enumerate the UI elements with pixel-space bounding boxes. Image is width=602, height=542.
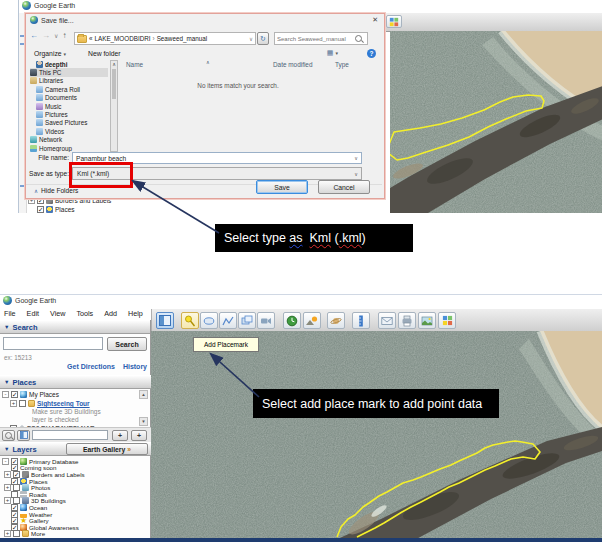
sidebar-item-saved-pictures[interactable]: Saved Pictures	[30, 119, 108, 127]
checkbox[interactable]	[13, 530, 20, 537]
column-header-name[interactable]: Name	[126, 61, 143, 68]
add-polygon-button[interactable]	[200, 312, 218, 329]
new-folder-button[interactable]: New folder	[88, 50, 121, 57]
menu-help[interactable]: Help	[128, 309, 143, 318]
sidebar-item-documents[interactable]: Documents	[30, 94, 108, 102]
background-layer-row-places[interactable]: ✓ Places	[37, 206, 75, 213]
address-bar[interactable]: « LAKE_MOODBIDRI › Seaweed_manual ∨	[74, 32, 256, 45]
record-tour-button[interactable]	[257, 312, 275, 329]
menu-file[interactable]: File	[4, 309, 16, 318]
breadcrumb-folder-1[interactable]: LAKE_MOODBIDRI	[95, 35, 151, 42]
ruler-button[interactable]	[352, 312, 370, 329]
get-directions-link[interactable]: Get Directions	[67, 363, 115, 370]
sidebar-item-network[interactable]: Network	[30, 136, 108, 144]
places-scroll-down[interactable]: ▼	[139, 417, 148, 426]
search-panel-header[interactable]: ▼ Search	[0, 320, 150, 334]
show-sidebar-button[interactable]	[156, 312, 174, 329]
satellite-map-view[interactable]	[151, 331, 602, 538]
expander-icon[interactable]: +	[4, 497, 11, 504]
expander-icon[interactable]: -	[2, 391, 9, 398]
organize-button[interactable]: Organize ▾	[34, 50, 66, 57]
search-input[interactable]	[3, 337, 103, 350]
sidebar-item-pictures[interactable]: Pictures	[30, 110, 108, 118]
sidebar-item-camera-roll[interactable]: Camera Roll	[30, 85, 108, 93]
menu-tools[interactable]: Tools	[76, 309, 93, 318]
menu-edit[interactable]: Edit	[27, 309, 39, 318]
column-header-date-modified[interactable]: Date modified	[273, 61, 312, 68]
back-icon[interactable]: ←	[30, 31, 38, 40]
history-link[interactable]: History	[123, 363, 147, 370]
dialog-search-input[interactable]	[277, 36, 353, 42]
add-content-button[interactable]: +	[112, 430, 128, 441]
expander-icon[interactable]: +	[4, 530, 11, 537]
layer-ocean[interactable]: ✓ Ocean	[2, 504, 148, 511]
checkbox[interactable]	[19, 400, 26, 407]
views-button[interactable]: ▦ ▾	[327, 49, 338, 57]
show-profile-button[interactable]	[17, 430, 30, 441]
search-places-button[interactable]	[2, 430, 15, 441]
historical-imagery-button[interactable]	[283, 312, 301, 329]
places-item-sightseeing-tour[interactable]: + Sightseeing Tour	[2, 399, 138, 408]
print-button[interactable]	[398, 312, 416, 329]
hide-folders-button[interactable]: ∧ Hide Folders	[34, 187, 78, 194]
view-in-maps-button[interactable]	[438, 312, 456, 329]
menu-view[interactable]: View	[50, 309, 65, 318]
save-button[interactable]: Save	[256, 180, 308, 194]
add-content-button-2[interactable]: +	[131, 430, 147, 441]
save-type-dropdown-icon[interactable]: ∨	[354, 171, 358, 177]
file-name-dropdown-icon[interactable]: ∨	[354, 155, 358, 161]
address-dropdown-icon[interactable]: ∨	[249, 36, 253, 42]
add-placemark-button[interactable]	[181, 312, 199, 329]
cancel-button[interactable]: Cancel	[318, 180, 370, 194]
view-in-maps-button[interactable]	[386, 15, 402, 28]
forward-icon[interactable]: →	[42, 31, 50, 40]
earth-gallery-button[interactable]: Earth Gallery »	[66, 443, 148, 455]
places-item-my-places[interactable]: - ✓ My Places	[2, 390, 138, 399]
breadcrumb-folder-2[interactable]: Seaweed_manual	[157, 35, 207, 42]
bottom-google-earth-window: Google Earth File Edit View Tools Add He…	[0, 294, 602, 542]
expander-icon[interactable]: +	[4, 484, 11, 491]
save-as-type-label: Save as type:	[26, 170, 69, 177]
checkbox[interactable]: ✓	[11, 391, 18, 398]
places-filter-input[interactable]	[32, 430, 108, 440]
sunlight-button[interactable]	[303, 312, 321, 329]
add-placemark-tooltip: Add Placemark	[193, 337, 259, 352]
scroll-up-icon[interactable]: ∧	[112, 61, 116, 67]
places-panel-header[interactable]: ▼ Places	[0, 375, 151, 389]
search-button[interactable]: Search	[107, 337, 147, 351]
layer-photos[interactable]: + Photos	[2, 484, 148, 491]
planets-button[interactable]	[327, 312, 345, 329]
dialog-title: Save file...	[41, 17, 74, 24]
dialog-close-icon[interactable]: ✕	[372, 16, 378, 24]
checkbox[interactable]: ✓	[37, 206, 44, 213]
sidebar-item-libraries[interactable]: Libraries	[30, 77, 108, 85]
menu-add[interactable]: Add	[104, 309, 117, 318]
sidebar-item-this-pc[interactable]: This PC	[30, 68, 108, 76]
expander-icon[interactable]: +	[4, 471, 11, 478]
sidebar-scrollbar[interactable]: ∧	[110, 60, 118, 152]
layer-borders-labels[interactable]: + ✓ Borders and Labels	[2, 471, 148, 478]
places-scroll-up[interactable]: ▲	[139, 390, 148, 399]
expander-icon[interactable]: +	[10, 400, 17, 407]
refresh-button[interactable]: ↻	[257, 32, 269, 45]
tour-folder-icon	[28, 400, 35, 407]
help-button[interactable]: ?	[367, 49, 376, 58]
column-header-type[interactable]: Type	[335, 61, 349, 68]
up-icon[interactable]: ↑	[62, 31, 66, 40]
sidebar-item-music[interactable]: Music	[30, 102, 108, 110]
places-mini-toolbar: + +	[0, 427, 151, 443]
dialog-nav-row: ← → ∨ ↑	[30, 31, 66, 40]
email-button[interactable]	[378, 312, 396, 329]
expander-icon[interactable]: -	[2, 458, 9, 465]
add-path-button[interactable]	[219, 312, 237, 329]
sidebar-item-deepthi[interactable]: deepthi	[30, 60, 108, 68]
sidebar-item-videos[interactable]: Videos	[30, 127, 108, 135]
add-image-overlay-button[interactable]	[238, 312, 256, 329]
save-image-button[interactable]	[418, 312, 436, 329]
dialog-titlebar[interactable]: Save file...	[30, 16, 74, 24]
sidebar-item-homegroup[interactable]: Homegroup	[30, 144, 108, 152]
places-tree: - ✓ My Places + Sightseeing Tour Make su…	[2, 390, 138, 427]
layer-more[interactable]: + More	[2, 531, 148, 538]
satellite-map-view[interactable]	[390, 31, 602, 213]
recent-locations-icon[interactable]: ∨	[54, 32, 58, 39]
